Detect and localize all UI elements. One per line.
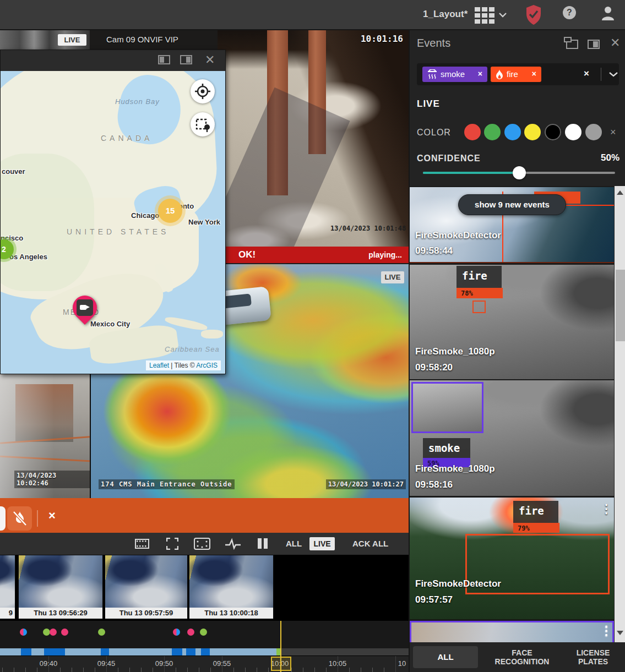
color-swatch-green[interactable] [484, 124, 501, 140]
scrollbar-thumb[interactable] [616, 270, 625, 341]
timeline-ruler[interactable]: 09:40 09:45 09:50 09:55 10:00 10:05 10 [0, 655, 409, 672]
dock-panel-icon[interactable] [588, 40, 600, 49]
thumbnail-image [19, 555, 102, 608]
thumbnail[interactable]: Thu 13 09:57:59 [105, 555, 188, 619]
map-cluster-toronto[interactable]: 15 [158, 199, 182, 223]
show-new-events-button[interactable]: show 9 new events [458, 194, 566, 215]
color-swatch-white[interactable] [565, 124, 581, 140]
clear-filters-icon[interactable]: × [584, 68, 589, 79]
thumbnail-partial[interactable]: 9 [0, 555, 15, 619]
event-tile[interactable]: fire 78% FireSmoke_1080p 09:58:20 [410, 265, 614, 379]
pause-icon[interactable] [264, 538, 268, 549]
map-canvas[interactable]: Hudson Bay CANADA couver Toronto Chicago… [1, 71, 225, 374]
map-attribution: Leaflet | Tiles © ArcGIS [146, 360, 221, 370]
layout-name[interactable]: 1_Layout* [423, 9, 468, 20]
remove-chip-icon[interactable]: × [478, 69, 482, 78]
event-camera-name: FireSmokeDetector [415, 578, 501, 589]
scroll-down-icon[interactable] [617, 631, 623, 635]
live-badge: LIVE [58, 34, 86, 46]
arcgis-link[interactable]: ArcGIS [196, 362, 218, 369]
osd-camera-name: 174 CMS Main Entrance Outside [99, 479, 235, 489]
event-dot[interactable] [20, 629, 27, 636]
camera-status-bar: OK! playing... [218, 247, 409, 263]
area-select-button[interactable] [191, 112, 215, 136]
event-menu-icon[interactable]: ⋮ [600, 502, 612, 516]
video-camera-icon [77, 299, 93, 316]
pause-icon[interactable] [258, 538, 262, 549]
popout-panel-icon[interactable] [566, 40, 578, 49]
event-dot[interactable] [50, 629, 57, 636]
thumbnail[interactable]: Thu 13 10:00:18 [189, 555, 274, 619]
event-menu-icon[interactable]: ⋮ [600, 624, 612, 638]
mute-fire-alarm-button[interactable] [7, 506, 32, 531]
user-account-icon[interactable] [600, 5, 616, 21]
thumbnail-image [105, 555, 187, 608]
event-dot[interactable] [61, 629, 68, 636]
color-swatch-yellow[interactable] [524, 124, 541, 140]
chevron-down-icon[interactable] [608, 72, 618, 78]
clear-color-icon[interactable]: × [610, 127, 616, 138]
calibrate-view-icon[interactable] [194, 538, 210, 550]
color-swatch-black[interactable] [545, 124, 561, 140]
dismiss-alarm-icon[interactable]: × [48, 509, 56, 523]
event-tile[interactable]: smoke 59% FireSmoke_1080p 09:58:16 [410, 380, 614, 496]
event-tile[interactable]: fire 79% ⋮ FireSmokeDetector 09:57:57 [410, 498, 614, 619]
fullscreen-icon[interactable] [166, 538, 178, 550]
shadow [218, 88, 350, 264]
window-restore-icon[interactable] [158, 55, 170, 64]
scroll-up-icon[interactable] [617, 190, 623, 195]
event-tile[interactable]: FireSmokeDetector 09:58:44 show 9 new ev… [410, 187, 614, 263]
leaflet-link[interactable]: Leaflet [149, 362, 169, 369]
confidence-slider[interactable] [423, 172, 615, 174]
tab-license-plates[interactable]: LICENSE PLATES [563, 646, 623, 668]
color-swatch-gray[interactable] [585, 124, 602, 140]
remove-chip-icon[interactable]: × [532, 69, 536, 78]
status-text: OK! [238, 249, 256, 260]
tab-face-recognition[interactable]: FACE RECOGNITION [487, 646, 557, 668]
camera-tile-header[interactable]: Cam 09 ONVIF VIP [90, 30, 226, 50]
live-mode-label: LIVE [417, 99, 440, 110]
filmstrip-icon[interactable] [135, 538, 149, 550]
security-shield-icon[interactable] [523, 3, 544, 26]
color-swatch-red[interactable] [464, 124, 481, 140]
time-label: 10:05 [329, 659, 347, 668]
events-scrollbar[interactable] [615, 186, 625, 642]
camera-tile-construction[interactable]: 13/04/2023 10:02:46 [0, 374, 90, 498]
map-camera-pin[interactable] [73, 296, 99, 331]
camera-tile-small[interactable]: LIVE [0, 30, 90, 50]
close-icon[interactable]: ✕ [205, 54, 215, 65]
locate-button[interactable] [191, 79, 215, 103]
help-icon[interactable]: ? [563, 6, 576, 19]
close-panel-icon[interactable]: ✕ [610, 37, 620, 48]
window-maximize-icon[interactable] [180, 55, 192, 64]
event-dot[interactable] [200, 629, 207, 636]
filter-chip-smoke[interactable]: smoke × [422, 67, 487, 82]
event-dot[interactable] [173, 629, 180, 636]
event-dots-track[interactable] [0, 621, 409, 648]
detection-confidence: 78% [456, 288, 503, 298]
event-dot[interactable] [98, 629, 105, 636]
event-type-filter[interactable]: smoke × fire × × [417, 63, 619, 85]
time-label: 10 [398, 659, 406, 668]
map-titlebar[interactable]: ✕ [1, 50, 225, 71]
filter-live-button[interactable]: LIVE [309, 537, 335, 550]
events-pulse-icon[interactable] [225, 538, 241, 550]
alarm-button-fragment[interactable] [0, 506, 6, 531]
filter-chip-fire[interactable]: fire × [491, 67, 541, 82]
event-tile-partial[interactable]: ⋮ [410, 621, 614, 642]
event-list[interactable]: FireSmokeDetector 09:58:44 show 9 new ev… [410, 186, 614, 642]
ack-all-button[interactable]: ACK ALL [352, 539, 388, 548]
camera-tile-cam09[interactable]: 10:01:16 13/04/2023 10:01:48 [218, 30, 409, 264]
layout-chevron-down-icon[interactable] [498, 12, 507, 18]
slider-thumb[interactable] [513, 166, 526, 179]
event-dot[interactable] [187, 629, 194, 636]
tab-all[interactable]: ALL [413, 646, 478, 668]
time-label: 09:40 [40, 659, 58, 668]
playhead-line[interactable] [280, 621, 281, 672]
color-swatch-blue[interactable] [504, 124, 521, 140]
archive-band[interactable] [0, 648, 409, 655]
layout-grid-icon[interactable] [475, 7, 495, 24]
divider [601, 68, 601, 81]
filter-all-button[interactable]: ALL [286, 539, 302, 548]
thumbnail[interactable]: Thu 13 09:56:29 [18, 555, 103, 619]
